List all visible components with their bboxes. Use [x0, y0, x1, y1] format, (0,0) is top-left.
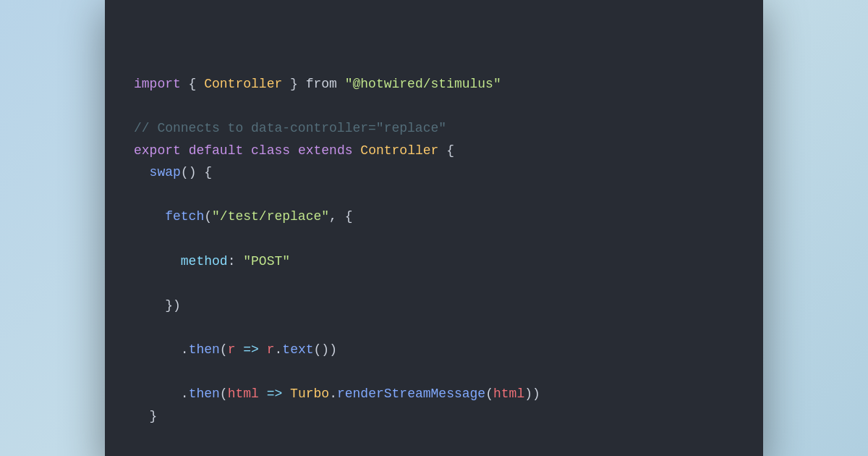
code-line [134, 361, 734, 384]
code-block: import { Controller } from "@hotwired/st… [134, 29, 734, 428]
code-line: .then(html => Turbo.renderStreamMessage(… [134, 383, 734, 405]
code-line [134, 95, 734, 117]
code-line: export default class extends Controller … [134, 140, 734, 162]
code-line: swap() { [134, 161, 734, 184]
code-line [134, 272, 734, 295]
code-line: }) [134, 295, 734, 317]
code-line: // Connects to data-controller="replace" [134, 117, 734, 140]
code-line: } [134, 405, 734, 428]
code-line: import { Controller } from "@hotwired/st… [134, 73, 734, 96]
code-line [134, 316, 734, 339]
code-window: import { Controller } from "@hotwired/st… [105, 0, 763, 456]
code-line: .then(r => r.text()) [134, 339, 734, 361]
code-line: fetch("/test/replace", { [134, 206, 734, 228]
code-line [134, 228, 734, 250]
code-line: method: "POST" [134, 250, 734, 273]
code-line [134, 184, 734, 206]
